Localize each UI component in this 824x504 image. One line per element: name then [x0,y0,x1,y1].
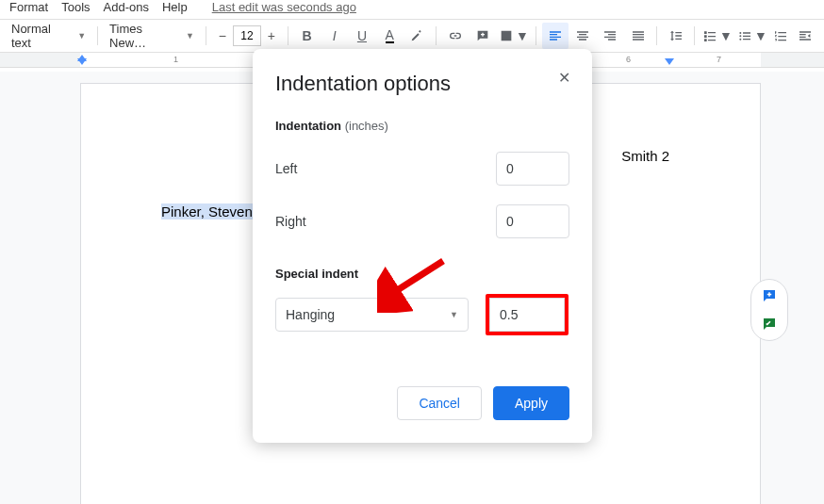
caret-icon: ▼ [186,31,194,41]
page-header-number: Smith 2 [621,148,669,164]
side-floating-toolbar [750,279,788,341]
right-indent-input[interactable] [496,204,569,238]
numbered-list-button[interactable] [770,23,790,49]
align-left-icon [548,28,563,43]
insert-comment-button[interactable] [470,23,495,49]
indentation-section-label: Indentation (inches) [275,119,569,133]
separator [206,26,206,45]
caret-icon: ▼ [719,28,733,43]
checklist-icon [702,28,717,43]
special-indent-dropdown[interactable]: Hanging ▼ [275,298,469,332]
italic-button[interactable]: I [321,23,347,49]
bulleted-list-icon [737,28,752,43]
separator [436,26,437,45]
dialog-title: Indentation options [275,72,569,96]
caret-icon: ▼ [516,28,529,43]
left-indent-input[interactable] [496,152,569,186]
toolbar: Normal text▼ Times New…▼ − + B I U A ▼ ▼… [0,19,824,53]
left-indent-marker[interactable] [77,58,87,65]
highlighter-icon [409,28,424,43]
selected-text: Pinker, Steven. [161,203,260,219]
comment-plus-icon [475,28,490,43]
separator [536,26,536,45]
caret-icon: ▼ [450,310,458,319]
text-color-button[interactable]: A [377,23,403,49]
insert-image-button[interactable]: ▼ [497,23,530,49]
last-edit-link[interactable]: Last edit was seconds ago [212,0,356,14]
checklist-button[interactable]: ▼ [700,23,733,49]
underline-button[interactable]: U [349,23,374,49]
left-indent-label: Left [275,161,297,176]
indentation-options-dialog: Indentation options ✕ Indentation (inche… [253,49,592,443]
bulleted-list-button[interactable]: ▼ [735,23,768,49]
align-right-button[interactable] [598,23,623,49]
separator [97,26,98,45]
bold-button[interactable]: B [294,23,320,49]
highlight-annotation [486,294,569,335]
special-indent-label: Special indent [275,267,569,281]
insert-link-button[interactable] [442,23,468,49]
decrease-font-button[interactable]: − [212,25,233,46]
apply-button[interactable]: Apply [493,386,569,420]
menu-addons[interactable]: Add-ons [104,0,149,14]
font-dropdown[interactable]: Times New…▼ [104,23,200,49]
align-justify-button[interactable] [625,23,651,49]
ruler-number: 6 [626,55,631,64]
line-spacing-button[interactable] [663,23,688,49]
right-indent-label: Right [275,214,306,229]
ruler-number: 1 [173,55,178,64]
line-spacing-icon [668,28,684,43]
special-indent-selected: Hanging [286,307,335,322]
highlight-button[interactable] [404,23,430,49]
paragraph-style-dropdown[interactable]: Normal text▼ [6,23,91,49]
font-size-stepper: − + [212,25,282,46]
separator [288,26,288,45]
align-right-icon [602,28,618,43]
suggest-edits-icon[interactable] [761,316,778,333]
menu-help[interactable]: Help [162,0,188,14]
ruler-margin-left [0,53,80,67]
decrease-indent-icon [798,28,813,43]
increase-font-button[interactable]: + [261,25,282,46]
close-button[interactable]: ✕ [552,66,575,89]
decrease-indent-button[interactable] [793,23,818,49]
caret-icon: ▼ [754,28,767,43]
align-center-button[interactable] [570,23,596,49]
caret-icon: ▼ [77,31,86,41]
separator [694,26,695,45]
unit-label: (inches) [345,119,388,133]
add-comment-icon[interactable] [761,287,778,304]
ruler-margin-right [761,53,824,67]
align-left-button[interactable] [542,23,568,49]
menu-format[interactable]: Format [9,0,48,14]
separator [656,26,657,45]
right-indent-marker[interactable] [665,58,674,65]
menu-tools[interactable]: Tools [61,0,90,14]
link-icon [448,28,463,43]
special-indent-value-input[interactable] [489,298,565,332]
cancel-button[interactable]: Cancel [397,386,482,420]
font-size-input[interactable] [233,25,261,46]
ruler-number: 7 [717,55,721,64]
image-icon [499,28,514,43]
font-label: Times New… [109,22,180,50]
align-justify-icon [631,28,646,43]
numbered-list-icon [773,28,788,43]
paragraph-style-label: Normal text [11,22,72,50]
align-center-icon [575,28,590,43]
